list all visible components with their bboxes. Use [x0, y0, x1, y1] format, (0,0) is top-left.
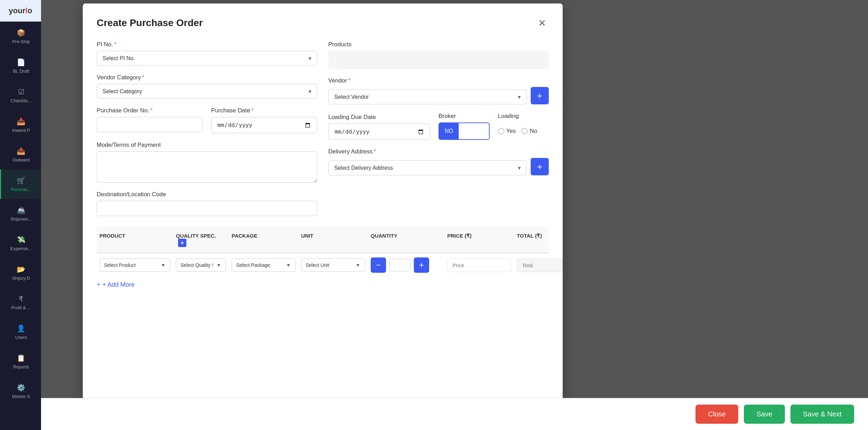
- folder-icon: 📂: [17, 265, 25, 273]
- price-cell: [444, 258, 514, 272]
- sidebar-label-pre-ship: Pre-Ship: [12, 39, 30, 44]
- sidebar: your lo 📦 Pre-Ship 📄 BL Draft ☑ Checklis…: [0, 0, 41, 430]
- broker-toggle-no[interactable]: NO: [439, 123, 459, 139]
- purchase-date-label: Purchase Date*: [211, 107, 317, 114]
- table-row: Select Product ▼ Select Quality Sp ▼: [97, 253, 549, 277]
- sidebar-label-inward: Inward P: [12, 128, 30, 133]
- col-quantity: QUANTITY: [368, 233, 444, 247]
- loading-due-date-label: Loading Due Date: [328, 114, 430, 121]
- col-total: TOTAL (₹): [514, 233, 563, 247]
- save-next-button[interactable]: Save & Next: [790, 405, 854, 424]
- sidebar-label-checklist: Checklis...: [11, 98, 32, 103]
- package-select[interactable]: Select Package: [232, 258, 296, 272]
- broker-group: Broker NO: [439, 113, 490, 140]
- sidebar-item-reports[interactable]: 📋 Reports: [0, 347, 41, 376]
- products-box: [328, 51, 549, 69]
- package-select-wrapper: Select Package ▼: [232, 258, 296, 272]
- sidebar-item-bl-draft[interactable]: 📄 BL Draft: [0, 51, 41, 81]
- unit-cell: Select Unit ▼: [298, 258, 368, 272]
- expenses-icon: 💸: [17, 236, 25, 244]
- col-price: PRICE (₹): [444, 233, 514, 247]
- price-input[interactable]: [447, 258, 511, 272]
- loading-no-label[interactable]: No: [521, 128, 537, 135]
- mode-payment-label: Mode/Terms of Payment: [97, 142, 317, 149]
- modal-footer: Close Save Save & Next: [41, 398, 868, 430]
- sidebar-item-purchase[interactable]: 🛒 Purchas...: [0, 169, 41, 199]
- destination-input[interactable]: [97, 201, 317, 216]
- unit-select-wrapper: Select Unit ▼: [301, 258, 365, 272]
- sidebar-label-reports: Reports: [13, 364, 29, 369]
- delivery-address-select-wrapper: Select Delivery Address ▼: [328, 160, 527, 175]
- sidebar-item-checklist[interactable]: ☑ Checklis...: [0, 81, 41, 110]
- col-quality-spec: QUALITY SPEC. +: [173, 233, 229, 247]
- add-vendor-button[interactable]: +: [531, 87, 549, 104]
- vendor-category-select[interactable]: Select Category: [97, 84, 317, 99]
- main-content: Create Purchase Order ✕ PI No.* Select P…: [41, 0, 868, 430]
- total-input: [517, 258, 563, 272]
- products-label: Products: [328, 41, 549, 48]
- close-button[interactable]: Close: [696, 405, 738, 424]
- delivery-address-label: Delivery Address*: [328, 148, 549, 155]
- col-product: PRODUCT: [97, 233, 173, 247]
- purchase-order-no-group: Purchase Order No.* 6: [97, 107, 203, 132]
- sidebar-item-outward[interactable]: 📤 Outward: [0, 140, 41, 169]
- purchase-date-group: Purchase Date*: [211, 107, 317, 133]
- quality-select-wrapper: Select Quality Sp ▼: [176, 258, 226, 272]
- loading-label: Loading: [498, 113, 549, 120]
- vendor-category-select-wrapper: Select Category ▼: [97, 84, 317, 99]
- loading-due-date-input[interactable]: [328, 124, 430, 140]
- modal-close-button[interactable]: ✕: [535, 16, 549, 30]
- sidebar-item-master[interactable]: ⚙️ Master S: [0, 376, 41, 406]
- sidebar-item-pre-ship[interactable]: 📦 Pre-Ship: [0, 22, 41, 51]
- package-icon: 📦: [17, 29, 25, 37]
- quantity-increment-button[interactable]: +: [414, 257, 429, 273]
- mode-payment-group: Mode/Terms of Payment: [97, 142, 317, 183]
- quality-select[interactable]: Select Quality Sp: [176, 258, 226, 272]
- purchase-order-no-input[interactable]: 6: [97, 117, 203, 132]
- loading-yes-label[interactable]: Yes: [498, 128, 516, 135]
- inward-icon: 📥: [17, 117, 25, 126]
- sidebar-item-shipzy-d[interactable]: 📂 Shipzy D: [0, 258, 41, 288]
- vendor-select-wrapper: Select Vendor ▼: [328, 89, 527, 104]
- sidebar-item-users[interactable]: 👤 Users: [0, 317, 41, 347]
- save-button[interactable]: Save: [744, 405, 785, 424]
- pi-no-select-wrapper: Select PI No. ▼: [97, 51, 317, 66]
- product-select-wrapper: Select Product ▼: [99, 258, 170, 272]
- product-select[interactable]: Select Product: [99, 258, 170, 272]
- purchase-date-input[interactable]: [211, 117, 317, 133]
- sidebar-item-inward[interactable]: 📥 Inward P: [0, 110, 41, 140]
- quantity-input[interactable]: 0: [389, 259, 410, 271]
- vendor-select[interactable]: Select Vendor: [328, 89, 527, 104]
- reports-icon: 📋: [17, 354, 25, 362]
- pi-no-select[interactable]: Select PI No.: [97, 51, 317, 66]
- delivery-address-select[interactable]: Select Delivery Address: [328, 160, 527, 175]
- sidebar-item-shipment[interactable]: 🚢 Shipmen...: [0, 199, 41, 229]
- broker-toggle[interactable]: NO: [439, 122, 490, 140]
- document-icon: 📄: [17, 58, 25, 66]
- loading-yes-radio[interactable]: [498, 128, 504, 134]
- loading-no-radio[interactable]: [521, 128, 528, 134]
- outward-icon: 📤: [17, 147, 25, 155]
- add-more-button[interactable]: + + Add More: [97, 277, 135, 293]
- checklist-icon: ☑: [18, 88, 24, 96]
- quantity-cell: − 0 +: [368, 257, 444, 273]
- sidebar-label-profit: Profit & ...: [11, 305, 31, 310]
- shipment-icon: 🚢: [17, 206, 25, 214]
- mode-payment-textarea[interactable]: [97, 151, 317, 183]
- purchase-icon: 🛒: [17, 176, 25, 185]
- form-right-col: Products Vendor* Select Vendor ▼: [328, 41, 549, 216]
- package-cell: Select Package ▼: [229, 258, 298, 272]
- sidebar-item-profit[interactable]: ₹ Profit & ...: [0, 288, 41, 317]
- add-quality-spec-icon[interactable]: +: [178, 239, 186, 247]
- product-cell: Select Product ▼: [97, 258, 173, 272]
- add-delivery-address-button[interactable]: +: [531, 158, 549, 175]
- delivery-address-group: Delivery Address* Select Delivery Addres…: [328, 148, 549, 175]
- sidebar-label-master: Master S: [12, 394, 30, 399]
- unit-select[interactable]: Select Unit: [301, 258, 365, 272]
- quantity-decrement-button[interactable]: −: [371, 257, 386, 273]
- loading-broker-row: Loading Due Date Broker NO Loading: [328, 113, 549, 140]
- form-top-section: PI No.* Select PI No. ▼ Vendor Category*: [97, 41, 549, 216]
- add-more-icon: +: [97, 281, 101, 288]
- modal: Create Purchase Order ✕ PI No.* Select P…: [83, 3, 563, 421]
- sidebar-item-expenses[interactable]: 💸 Expense...: [0, 229, 41, 258]
